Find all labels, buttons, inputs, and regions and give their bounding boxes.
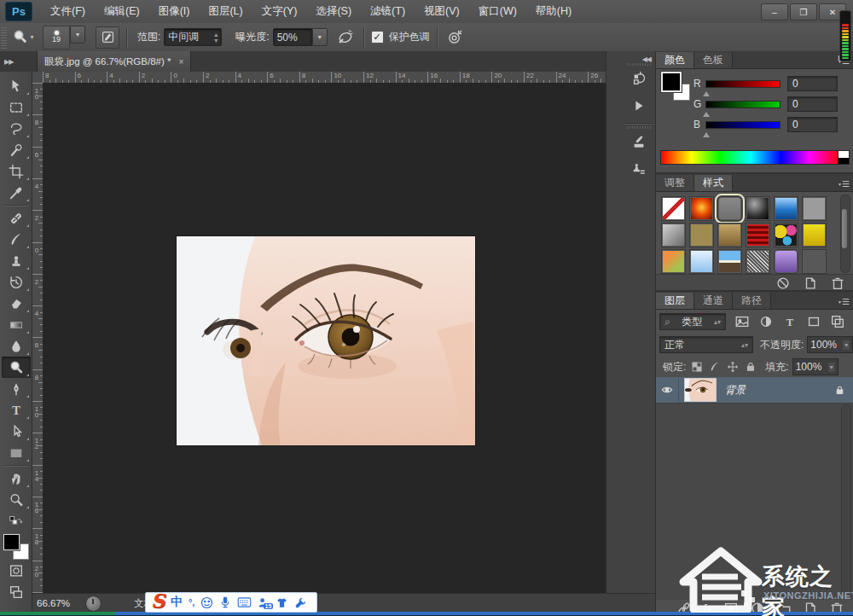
style-swatch-black-sphere[interactable] <box>746 196 770 221</box>
layers-scrollbar[interactable] <box>841 404 851 594</box>
layer-thumbnail[interactable] <box>684 378 717 402</box>
clear-style-button[interactable] <box>775 276 791 291</box>
spot-healing-brush-tool[interactable] <box>2 207 31 229</box>
menu-item-视图(V)[interactable]: 视图(V) <box>415 0 469 23</box>
layer-visibility-toggle[interactable] <box>656 377 679 403</box>
foreground-color-swatch[interactable] <box>3 534 20 550</box>
style-swatch-sunset[interactable] <box>661 249 686 274</box>
color-spectrum-ramp[interactable] <box>660 150 841 165</box>
style-swatch-purple-glass[interactable] <box>774 249 798 274</box>
clone-stamp-tool[interactable] <box>2 250 31 271</box>
lock-paint-button[interactable] <box>709 361 721 373</box>
style-swatch-sky-glass[interactable] <box>689 249 714 274</box>
menu-item-滤镜(T)[interactable]: 滤镜(T) <box>361 0 415 23</box>
menu-item-选择(S)[interactable]: 选择(S) <box>306 0 361 23</box>
black-swatch[interactable] <box>838 158 849 165</box>
white-swatch[interactable] <box>838 151 849 158</box>
path-selection-tool[interactable] <box>2 421 31 442</box>
menu-item-编辑(E)[interactable]: 编辑(E) <box>95 0 149 23</box>
layers-menu-button[interactable] <box>838 296 850 308</box>
panel-menu-icon[interactable] <box>838 296 850 308</box>
dodge-tool[interactable] <box>2 357 31 378</box>
hand-tool[interactable] <box>2 468 31 489</box>
channel-slider[interactable] <box>705 101 780 108</box>
canvas-area[interactable] <box>43 83 606 593</box>
adjustment-layer-filter[interactable] <box>758 314 774 329</box>
style-swatch-horizon[interactable] <box>717 249 742 274</box>
zoom-level[interactable]: 66.67% <box>37 598 70 608</box>
sogou-ime-bar[interactable]: S 中 °, 15 <box>145 592 317 613</box>
style-swatch-orange-glow[interactable] <box>689 196 714 221</box>
crop-tool[interactable] <box>2 160 31 182</box>
style-swatch-tan-gradient[interactable] <box>717 223 742 247</box>
foreground-background-swatches[interactable] <box>3 534 29 560</box>
panel-menu-icon[interactable] <box>838 178 850 190</box>
brush-presets-panel-button[interactable] <box>624 130 654 154</box>
horizontal-type-tool[interactable]: T <box>2 399 31 421</box>
style-swatch-noise[interactable] <box>746 249 770 274</box>
style-swatch-blue-glass[interactable] <box>774 196 798 221</box>
tablet-pressure-button[interactable] <box>444 27 467 48</box>
protect-tones-control[interactable]: ✓ 保护色调 <box>371 30 430 44</box>
foreground-color-swatch[interactable] <box>661 72 682 92</box>
layers-tab-路径[interactable]: 路径 <box>733 293 771 309</box>
layers-tab-通道[interactable]: 通道 <box>694 293 733 309</box>
quick-mask-button[interactable] <box>2 560 31 581</box>
style-swatch-khaki[interactable] <box>689 223 714 247</box>
restore-button[interactable]: ❐ <box>790 3 817 20</box>
spectrum-bw-swatches[interactable] <box>838 150 850 165</box>
channel-value[interactable]: 0 <box>787 96 838 112</box>
dock-collapse-button[interactable]: ◀◀ <box>642 55 651 63</box>
menu-item-文件(F)[interactable]: 文件(F) <box>41 0 95 23</box>
scrollbar-thumb[interactable] <box>842 209 847 248</box>
airbrush-button[interactable] <box>334 27 357 48</box>
style-swatch-no-style[interactable] <box>661 196 686 221</box>
toolbox-icon[interactable] <box>294 596 307 609</box>
shape-layer-filter[interactable] <box>806 314 821 329</box>
delete-style-button[interactable] <box>830 276 845 291</box>
gradient-tool[interactable] <box>2 314 31 335</box>
slider-thumb[interactable] <box>703 88 710 96</box>
document-tab[interactable]: 眼袋.jpg @ 66.7%(RGB/8#) * × <box>38 51 191 72</box>
rectangular-marquee-tool[interactable] <box>2 96 31 118</box>
tools-collapse-button[interactable]: ▶▶ <box>0 51 38 72</box>
menu-item-图层(L)[interactable]: 图层(L) <box>199 0 252 23</box>
opacity-control[interactable]: 100%▾ <box>807 336 853 353</box>
rectangle-tool[interactable] <box>2 442 31 463</box>
blur-tool[interactable] <box>2 335 31 357</box>
new-style-button[interactable] <box>803 276 818 291</box>
emoji-icon[interactable] <box>200 596 213 609</box>
minimize-button[interactable]: – <box>761 3 788 20</box>
styles-scrollbar[interactable] <box>840 195 850 273</box>
clone-source-panel-button[interactable] <box>624 157 654 181</box>
exposure-control[interactable]: 50% ▾ <box>273 28 328 46</box>
options-grip[interactable] <box>1 26 7 49</box>
exposure-arrow[interactable]: ▾ <box>312 28 328 46</box>
keyboard-icon[interactable] <box>237 596 252 608</box>
tab-close-icon[interactable]: × <box>178 57 183 67</box>
brush-picker-arrow[interactable]: ▾ <box>70 26 85 44</box>
menu-item-文字(Y)[interactable]: 文字(Y) <box>252 0 307 23</box>
filter-kind-select[interactable]: ⌕ 类型 ▴▾ <box>659 313 726 330</box>
menu-item-帮助(H)[interactable]: 帮助(H) <box>526 0 581 23</box>
style-swatch-yellow-plate[interactable] <box>802 223 827 247</box>
lasso-tool[interactable] <box>2 118 31 139</box>
toggle-brush-panel-button[interactable] <box>96 26 119 49</box>
history-panel-button[interactable] <box>624 67 654 90</box>
fill-control[interactable]: 100%▾ <box>792 358 838 375</box>
styles-menu-button[interactable] <box>838 178 850 190</box>
type-layer-filter[interactable]: T <box>782 314 798 329</box>
punctuation-icon[interactable]: °, <box>189 597 194 607</box>
sogou-logo[interactable]: S <box>151 593 165 608</box>
color-tab-色板[interactable]: 色板 <box>694 52 733 68</box>
pen-tool[interactable] <box>2 378 31 399</box>
color-tab-颜色[interactable]: 颜色 <box>656 52 694 68</box>
style-swatch-silver-gradient[interactable] <box>661 223 686 247</box>
actions-panel-button[interactable] <box>624 94 654 118</box>
range-select[interactable]: 中间调 ▴▾ <box>164 28 222 46</box>
blend-mode-select[interactable]: 正常 ▴▾ <box>659 336 753 353</box>
style-swatch-plain-dark[interactable] <box>802 249 827 274</box>
channel-slider[interactable] <box>705 80 780 88</box>
swap-colors-icon[interactable] <box>2 510 31 532</box>
style-swatch-flat-gray[interactable] <box>802 196 827 221</box>
